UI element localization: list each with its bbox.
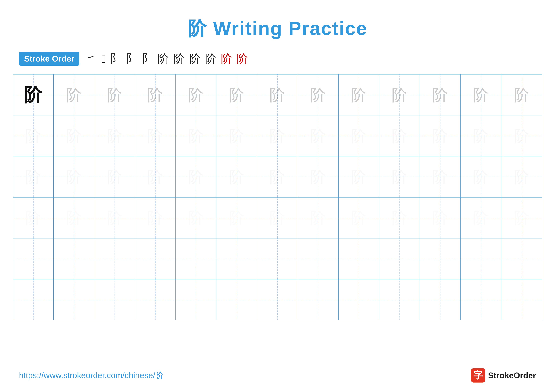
grid-cell[interactable]: 阶 (135, 74, 176, 115)
grid-cell[interactable]: 阶 (135, 198, 176, 238)
grid-cell[interactable]: 阶 (420, 198, 460, 238)
grid-cell[interactable]: 阶 (94, 156, 135, 197)
cell-character: 阶 (473, 210, 489, 226)
cell-character: 阶 (473, 169, 489, 185)
grid-cell[interactable]: 阶 (13, 198, 54, 238)
grid-cell[interactable]: 阶 (460, 198, 501, 238)
grid-cell[interactable]: 阶 (13, 74, 54, 115)
grid-cell[interactable]: 阶 (420, 115, 460, 156)
grid-cell[interactable]: 阶 (298, 115, 339, 156)
grid-cell[interactable] (54, 238, 94, 279)
grid-cell[interactable] (94, 279, 135, 320)
grid-cell[interactable]: 阶 (94, 198, 135, 238)
grid-cell[interactable] (460, 238, 501, 279)
cell-character: 阶 (392, 169, 407, 185)
stroke-step-4: 阝 (126, 51, 137, 66)
stroke-steps: ㇀ 𠃊 阝 阝 阝 阶 阶 阶 阶 阶 阶 (86, 51, 248, 66)
stroke-step-11: 阶 (237, 51, 248, 66)
grid-cell[interactable] (257, 279, 298, 320)
grid-cell[interactable] (13, 279, 54, 320)
cell-character: 阶 (351, 128, 366, 144)
grid-cell[interactable]: 阶 (379, 198, 420, 238)
grid-cell[interactable]: 阶 (13, 115, 54, 156)
grid-cell[interactable] (420, 238, 460, 279)
grid-cell[interactable] (176, 238, 216, 279)
grid-cell[interactable]: 阶 (135, 156, 176, 197)
cell-character: 阶 (188, 128, 204, 144)
grid-cell[interactable] (460, 279, 501, 320)
grid-cell[interactable] (13, 238, 54, 279)
cell-character: 阶 (66, 128, 82, 144)
grid-cell[interactable]: 阶 (257, 198, 298, 238)
page-title: 阶 Writing Practice (0, 0, 555, 42)
grid-cell[interactable] (501, 238, 542, 279)
cell-character: 阶 (107, 128, 123, 144)
cell-character: 阶 (25, 169, 41, 185)
grid-cell[interactable] (298, 238, 339, 279)
grid-cell[interactable]: 阶 (54, 115, 94, 156)
grid-cell[interactable]: 阶 (460, 74, 501, 115)
grid-cell[interactable] (135, 279, 176, 320)
grid-cell[interactable]: 阶 (176, 156, 216, 197)
grid-cell[interactable] (379, 279, 420, 320)
grid-cell[interactable] (257, 238, 298, 279)
grid-cell[interactable]: 阶 (257, 74, 298, 115)
grid-cell[interactable] (216, 279, 257, 320)
grid-cell[interactable]: 阶 (13, 156, 54, 197)
grid-cell[interactable]: 阶 (501, 74, 542, 115)
grid-cell[interactable]: 阶 (298, 156, 339, 197)
stroke-step-3: 阝 (110, 51, 122, 66)
stroke-step-5: 阝 (142, 51, 153, 66)
grid-cell[interactable]: 阶 (339, 74, 379, 115)
grid-cell[interactable]: 阶 (94, 74, 135, 115)
grid-cell[interactable]: 阶 (379, 74, 420, 115)
grid-cell[interactable]: 阶 (501, 198, 542, 238)
cell-character: 阶 (25, 210, 41, 226)
grid-cell[interactable]: 阶 (379, 156, 420, 197)
grid-cell[interactable]: 阶 (216, 74, 257, 115)
grid-cell[interactable] (216, 238, 257, 279)
footer-url[interactable]: https://www.strokeorder.com/chinese/阶 (19, 370, 163, 381)
grid-cell[interactable]: 阶 (94, 115, 135, 156)
grid-cell[interactable]: 阶 (257, 156, 298, 197)
stroke-step-1: ㇀ (86, 51, 97, 66)
grid-cell[interactable]: 阶 (339, 198, 379, 238)
grid-cell[interactable] (420, 279, 460, 320)
grid-cell[interactable] (339, 238, 379, 279)
grid-cell[interactable]: 阶 (379, 115, 420, 156)
brand-name: StrokeOrder (488, 371, 536, 380)
cell-character: 阶 (310, 87, 326, 103)
grid-cell[interactable]: 阶 (257, 115, 298, 156)
grid-cell[interactable]: 阶 (216, 156, 257, 197)
grid-cell[interactable]: 阶 (54, 198, 94, 238)
grid-cell[interactable] (54, 279, 94, 320)
grid-cell[interactable]: 阶 (501, 115, 542, 156)
grid-cell[interactable]: 阶 (216, 198, 257, 238)
grid-cell[interactable]: 阶 (298, 74, 339, 115)
grid-cell[interactable]: 阶 (176, 198, 216, 238)
grid-cell[interactable]: 阶 (176, 115, 216, 156)
grid-cell[interactable] (176, 279, 216, 320)
cell-character: 阶 (107, 169, 123, 185)
grid-cell[interactable]: 阶 (54, 74, 94, 115)
grid-cell[interactable] (298, 279, 339, 320)
grid-cell[interactable] (339, 279, 379, 320)
grid-cell[interactable]: 阶 (216, 115, 257, 156)
cell-character: 阶 (432, 169, 448, 185)
grid-cell[interactable]: 阶 (420, 156, 460, 197)
grid-cell[interactable]: 阶 (339, 115, 379, 156)
grid-row-5 (13, 279, 542, 320)
grid-cell[interactable]: 阶 (420, 74, 460, 115)
grid-cell[interactable]: 阶 (460, 156, 501, 197)
grid-cell[interactable]: 阶 (54, 156, 94, 197)
grid-cell[interactable] (135, 238, 176, 279)
grid-cell[interactable]: 阶 (339, 156, 379, 197)
grid-cell[interactable]: 阶 (135, 115, 176, 156)
grid-cell[interactable]: 阶 (460, 115, 501, 156)
grid-cell[interactable]: 阶 (298, 198, 339, 238)
grid-cell[interactable] (94, 238, 135, 279)
grid-cell[interactable] (379, 238, 420, 279)
grid-cell[interactable]: 阶 (176, 74, 216, 115)
grid-cell[interactable] (501, 279, 542, 320)
grid-cell[interactable]: 阶 (501, 156, 542, 197)
